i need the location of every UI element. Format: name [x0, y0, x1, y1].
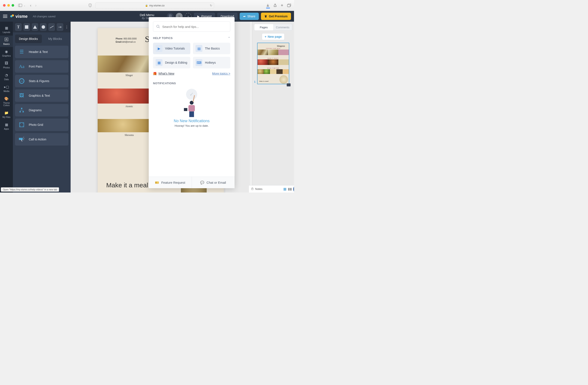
forward-icon[interactable]: ›	[35, 3, 37, 8]
svg-point-16	[20, 126, 21, 126]
block-graphics-text[interactable]: 🖼Graphics & Text	[15, 89, 68, 102]
person-illustration	[187, 101, 196, 116]
rectangle-tool[interactable]	[23, 23, 30, 31]
line-tool[interactable]	[48, 23, 55, 31]
svg-point-19	[157, 25, 159, 27]
graphics-icon: ◉	[4, 49, 9, 54]
graphics-text-icon: 🖼	[18, 92, 25, 99]
downloads-icon[interactable]	[266, 4, 270, 7]
rail-graphics[interactable]: ◉Graphics	[0, 47, 13, 59]
right-panel: Pages Comments +New page 1 Slingerzz CHO…	[252, 22, 294, 185]
svg-rect-18	[19, 138, 23, 140]
plus-icon: +	[265, 35, 266, 38]
save-status: All changes saved	[33, 15, 56, 18]
meal-tagline[interactable]: Make it a meal!♥	[106, 182, 154, 189]
help-search-input[interactable]	[162, 25, 227, 29]
font-pairs-icon: Aa	[18, 63, 25, 70]
close-window-icon[interactable]	[3, 4, 6, 7]
rail-media[interactable]: ▸▢Media	[0, 83, 13, 94]
ticket-icon: 🎫	[155, 181, 159, 185]
minimize-window-icon[interactable]	[7, 4, 10, 7]
more-topics-link[interactable]: More topics >	[212, 72, 230, 75]
tab-comments[interactable]: Comments	[273, 24, 292, 30]
text-tool[interactable]: T	[15, 23, 22, 31]
header-text-icon: ☰	[18, 48, 25, 56]
video-icon: ▶	[156, 45, 163, 52]
chevron-down-icon[interactable]: ⌄	[24, 4, 25, 7]
url-bar[interactable]: 🔒 my.visme.co ↻	[95, 2, 214, 8]
circle-tool[interactable]	[40, 23, 46, 31]
block-photo-grid[interactable]: Photo Grid	[15, 118, 68, 131]
svg-rect-12	[22, 111, 24, 112]
reload-icon[interactable]: ↻	[210, 4, 212, 7]
back-icon[interactable]: ‹	[30, 3, 31, 8]
design-blocks-panel: Design Blocks My Blocks ☰Header & Text A…	[13, 32, 71, 192]
new-page-button[interactable]: +New page	[262, 33, 285, 40]
rail-theme-colors[interactable]: 🎨Theme Colors	[0, 95, 13, 108]
basics-topic-icon: ▤	[195, 45, 202, 52]
chat-email-button[interactable]: 💬Chat or Email	[192, 177, 235, 188]
notes-button[interactable]: 🗒Notes	[251, 187, 262, 191]
topic-design-editing[interactable]: ▦Design & Editing	[153, 57, 190, 68]
privacy-shield-icon[interactable]	[88, 3, 92, 7]
block-font-pairs[interactable]: AaFont Pairs	[15, 60, 68, 73]
list-view-icon[interactable]: ▮▮	[288, 187, 292, 191]
visme-logo[interactable]: visme	[10, 14, 28, 19]
status-bar-link: Open "https://my.visme.co/help-videos" i…	[1, 187, 59, 192]
rail-my-files[interactable]: 📁My Files	[0, 109, 13, 120]
tab-pages[interactable]: Pages	[254, 24, 273, 30]
url-text: my.visme.co	[149, 4, 165, 7]
gift-icon: 🎁	[153, 72, 157, 75]
new-tab-icon[interactable]: +	[281, 3, 283, 8]
sidebar-toggle-icon[interactable]	[18, 3, 22, 7]
contact-block[interactable]: Phone: 800.000.0000 Email:deli@email.co	[116, 37, 137, 43]
block-diagrams[interactable]: Diagrams	[15, 104, 68, 116]
svg-text:40%: 40%	[20, 80, 23, 82]
grid-view-icon[interactable]: ▦	[283, 187, 287, 191]
tabs-overview-icon[interactable]	[287, 4, 291, 7]
rail-photos[interactable]: 🖼Photos	[0, 59, 13, 71]
rail-apps[interactable]: ▦Apps	[0, 120, 13, 132]
page-thumbnail[interactable]: Slingerzz CHOOSE YOUR MAIN MAKE IT SAUCY…	[257, 43, 289, 84]
share-icon[interactable]	[273, 3, 277, 7]
media-icon: ▸▢	[4, 84, 9, 89]
arrow-tool[interactable]: ↗	[57, 23, 63, 31]
rail-layouts[interactable]: ▦Layouts	[0, 24, 13, 35]
share-button[interactable]: ➦ Share	[240, 13, 259, 20]
notifications-empty-state: ✓ No New Notifications Hooray! You are u…	[153, 90, 230, 127]
stats-icon: 40%	[18, 77, 25, 85]
traffic-lights	[3, 4, 14, 7]
svg-point-17	[23, 126, 23, 126]
tab-design-blocks[interactable]: Design Blocks	[15, 35, 42, 43]
tab-my-blocks[interactable]: My Blocks	[42, 35, 69, 43]
block-stats-figures[interactable]: 40%Stats & Figures	[15, 75, 68, 87]
rail-basics[interactable]: 🄰Basics	[0, 36, 13, 47]
block-call-to-action[interactable]: Call to Action	[15, 133, 68, 146]
notifications-heading: NOTIFICATIONS	[153, 82, 176, 85]
block-header-text[interactable]: ☰Header & Text	[15, 46, 68, 58]
photos-icon: 🖼	[4, 61, 9, 66]
svg-line-20	[159, 27, 160, 28]
whats-new-link[interactable]: 🎁What's New	[153, 72, 174, 75]
checkmark-icon: ✓	[186, 89, 197, 100]
help-popover: HELP TOPICS ⌃ ▶Video Tutorials ▤The Basi…	[149, 17, 234, 188]
rail-data[interactable]: ◔Data	[0, 71, 13, 82]
crown-icon: ♛	[264, 15, 267, 18]
topic-basics[interactable]: ▤The Basics	[193, 43, 230, 54]
more-tools-icon[interactable]: ⋮	[65, 23, 68, 31]
help-topics-heading: HELP TOPICS	[153, 37, 173, 40]
topic-video-tutorials[interactable]: ▶Video Tutorials	[153, 43, 190, 54]
triangle-tool[interactable]	[32, 23, 38, 31]
feature-request-button[interactable]: 🎫Feature Request	[149, 177, 192, 188]
svg-rect-10	[21, 108, 22, 109]
collapse-icon[interactable]: ⌃	[228, 37, 231, 40]
maximize-window-icon[interactable]	[12, 4, 14, 7]
transition-badge-icon[interactable]	[287, 83, 291, 86]
cta-icon	[18, 136, 25, 143]
menu-icon[interactable]	[3, 15, 7, 18]
topic-hotkeys[interactable]: ⌨Hotkeys	[193, 57, 230, 68]
get-premium-button[interactable]: ♛ Get Premium	[261, 13, 291, 20]
basics-icon: 🄰	[4, 37, 9, 42]
svg-point-15	[23, 123, 23, 124]
help-search[interactable]	[153, 21, 230, 32]
